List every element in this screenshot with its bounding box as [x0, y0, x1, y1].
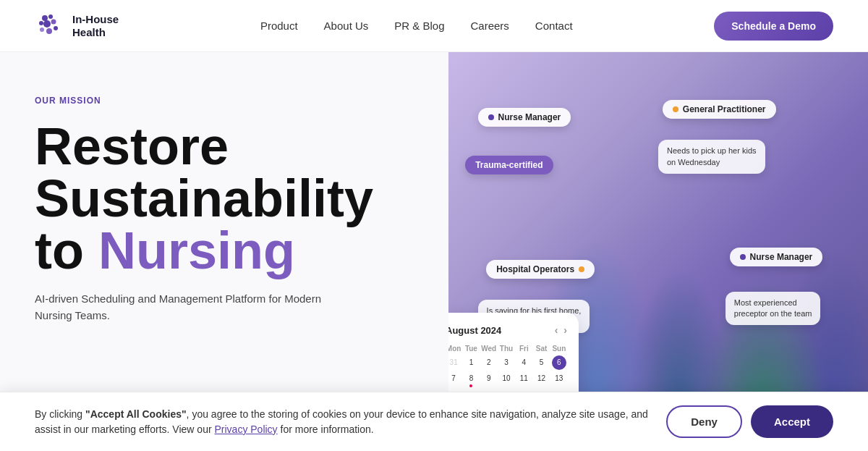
mission-label: OUR MISSION — [35, 96, 414, 106]
tooltip-most-experienced: Most experiencedpreceptor on the team — [726, 292, 821, 326]
calendar-prev[interactable]: ‹ — [555, 324, 558, 336]
cal-day[interactable]: 11 — [516, 371, 532, 389]
cookie-text: By clicking "Accept All Cookies", you ag… — [35, 407, 652, 437]
tooltip-trauma-certified: Trauma-certified — [465, 156, 553, 174]
cal-day[interactable]: 7 — [448, 371, 461, 389]
privacy-policy-link[interactable]: Privacy Policy — [214, 423, 277, 435]
cal-day[interactable]: 13 — [551, 371, 567, 389]
cal-day[interactable]: 12 — [533, 371, 549, 389]
nav-about-us[interactable]: About Us — [324, 20, 369, 32]
hero-subtitle: AI-driven Scheduling and Management Plat… — [35, 291, 324, 324]
site-header: In-House Health Product About Us PR & Bl… — [0, 0, 868, 52]
tooltip-hospital-operators: Hospital Operators — [486, 260, 595, 279]
tooltip-nurse-manager-2: Nurse Manager — [730, 248, 823, 266]
svg-point-6 — [40, 28, 44, 32]
cal-day[interactable]: 10 — [498, 371, 514, 389]
cal-day[interactable]: 9 — [481, 371, 497, 389]
nav-product[interactable]: Product — [260, 20, 298, 32]
svg-point-7 — [46, 28, 52, 34]
tooltip-dot — [740, 254, 746, 260]
svg-point-5 — [51, 19, 56, 24]
svg-point-1 — [42, 15, 48, 21]
deny-button[interactable]: Deny — [666, 405, 742, 438]
main-nav: Product About Us PR & Blog Careers Conta… — [260, 20, 573, 32]
logo[interactable]: In-House Health — [35, 11, 119, 41]
tooltip-nurse-manager-1: Nurse Manager — [478, 108, 571, 127]
cal-day[interactable]: 31 — [448, 355, 461, 370]
cookie-banner: By clicking "Accept All Cookies", you ag… — [0, 392, 868, 451]
cal-day-today[interactable]: 6 — [552, 355, 566, 370]
nav-pr-blog[interactable]: PR & Blog — [394, 20, 444, 32]
calendar-next[interactable]: › — [563, 324, 567, 336]
hero-heading: Restore Sustainability to Nursing — [35, 120, 414, 277]
calendar-header: August 2024 ‹ › — [448, 324, 567, 336]
tooltip-dot — [673, 106, 678, 112]
accept-button[interactable]: Accept — [751, 405, 833, 438]
tooltip-needs-pickup: Needs to pick up her kidson Wednesday — [658, 140, 765, 174]
cal-day[interactable]: 1 — [463, 355, 479, 370]
tooltip-dot — [579, 266, 584, 272]
logo-text: In-House Health — [72, 13, 119, 39]
svg-point-4 — [43, 20, 51, 28]
logo-icon — [35, 11, 65, 41]
cookie-buttons: Deny Accept — [666, 405, 833, 438]
svg-point-8 — [54, 26, 58, 30]
tooltip-general-practitioner: General Practitioner — [663, 100, 776, 119]
nav-careers[interactable]: Careers — [471, 20, 509, 32]
calendar-month-year: August 2024 — [448, 325, 501, 336]
cal-day[interactable]: 8 — [463, 371, 479, 389]
cal-day[interactable]: 3 — [498, 355, 514, 370]
tooltip-dot — [488, 114, 494, 120]
svg-point-3 — [39, 21, 43, 25]
svg-point-2 — [48, 14, 53, 19]
cal-day[interactable]: 4 — [516, 355, 532, 370]
schedule-demo-button[interactable]: Schedule a Demo — [714, 12, 833, 41]
cal-day[interactable]: 2 — [481, 355, 497, 370]
cal-day[interactable]: 5 — [533, 355, 549, 370]
nav-contact[interactable]: Contact — [535, 20, 573, 32]
